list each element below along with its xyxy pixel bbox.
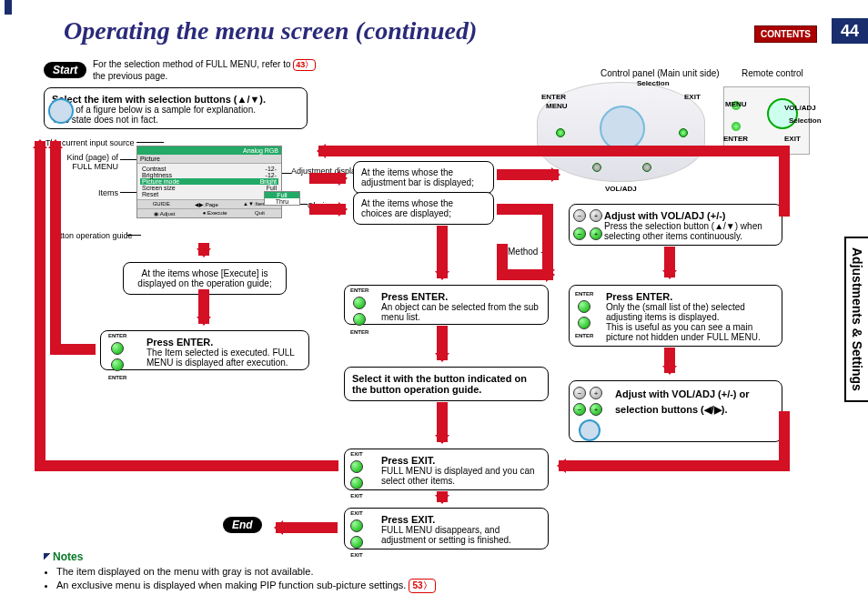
enter-button-icon xyxy=(353,313,366,326)
plus-minus-top2: − + xyxy=(573,227,602,240)
flow-arrow xyxy=(437,491,448,502)
adjust-top-desc: Press the selection button (▲/▼) when se… xyxy=(604,221,774,241)
press-enter-right-desc2: This is useful as you can see a main pic… xyxy=(606,322,774,342)
press-enter-left-title: Press ENTER. xyxy=(146,337,301,348)
flow-arrow xyxy=(309,204,346,215)
panel-label-enter: ENTER xyxy=(541,93,566,101)
select-item-l1: State of a figure below is a sample for … xyxy=(52,105,299,115)
dpad-ring-icon xyxy=(600,106,645,151)
contents-button[interactable]: CONTENTS xyxy=(754,25,817,43)
select-item-title: Select the item with selection buttons (… xyxy=(52,94,299,105)
flow-arrow xyxy=(276,522,338,533)
panel-label-menu: MENU xyxy=(546,102,568,110)
rc-label-selection: Selection xyxy=(789,116,822,125)
flow-arrow xyxy=(35,141,45,471)
notes-marker-icon xyxy=(44,553,50,560)
page-ref-53[interactable]: 53〉 xyxy=(409,579,435,593)
callout-line xyxy=(136,142,164,143)
flow-arrow xyxy=(542,204,553,277)
press-enter-right-desc1: Only the (small list of the) selected ad… xyxy=(606,302,774,322)
full-menu-mock: Analog RGB Picture Contrast-12- Brightne… xyxy=(136,146,282,218)
enter-buttons-mid: ENTER ENTER xyxy=(350,287,368,335)
enter-button-icon xyxy=(353,297,366,309)
flow-arrow xyxy=(497,269,553,280)
panel-label-selection: Selection xyxy=(637,79,670,87)
enter-button-icon xyxy=(578,317,590,329)
panel-plus-icon xyxy=(642,163,651,172)
exit-button-icon xyxy=(350,519,363,532)
panel-button-icon xyxy=(556,128,565,137)
label-button-guide: Button operation guide xyxy=(50,231,133,240)
note-item: An exclusive menu is displayed when maki… xyxy=(56,579,436,593)
press-exit-1-box: Press EXIT. FULL MENU is displayed and y… xyxy=(344,449,549,490)
flow-arrow xyxy=(664,247,675,277)
plus-button-icon: + xyxy=(590,403,602,416)
press-exit-1-title: Press EXIT. xyxy=(381,455,540,466)
menu-titlebar: Analog RGB xyxy=(137,146,281,155)
minus-button-icon: − xyxy=(573,227,586,240)
press-enter-right-title: Press ENTER. xyxy=(606,291,774,302)
notes-list: The item displayed on the menu with gray… xyxy=(44,566,436,595)
rc-label-exit: EXIT xyxy=(784,135,801,143)
select-item-l2: This state does not in fact. xyxy=(52,115,299,125)
menu-footer: GUIDE◀▶:Page▲▼:Item xyxy=(137,199,281,208)
notes-heading: Notes xyxy=(53,550,83,563)
press-enter-mid-desc: An object can be selected from the sub m… xyxy=(381,302,540,322)
plus-minus-bot1: − + xyxy=(573,387,602,399)
menu-body: Contrast-12- Brightness-12- Picture mode… xyxy=(137,164,281,199)
flow-arrow xyxy=(664,348,675,373)
panel-minus-icon xyxy=(592,163,601,172)
start-pill: Start xyxy=(44,62,86,78)
rc-label-voladj: VOL/ADJ xyxy=(784,104,816,112)
press-exit-2-title: Press EXIT. xyxy=(381,514,540,525)
callout-line xyxy=(120,192,138,193)
flow-arrow xyxy=(559,460,790,471)
exit-button-icon xyxy=(350,460,363,473)
flow-arrow xyxy=(198,289,209,324)
adjust-bot-title: Adjust with VOL/ADJ (+/-) or selection b… xyxy=(615,387,774,417)
exit-buttons-1: EXIT EXIT xyxy=(350,451,363,499)
press-exit-2-desc: FULL MENU disappears, and adjustment or … xyxy=(381,525,540,545)
select-item-box: Select the item with selection buttons (… xyxy=(44,87,308,129)
plus-button-icon: + xyxy=(590,209,602,222)
callout-line xyxy=(127,235,141,236)
start-note-text2: the previous page. xyxy=(93,71,167,81)
press-enter-right-box: Press ENTER. Only the (small list of the… xyxy=(569,285,782,347)
minus-button-icon: − xyxy=(573,209,586,222)
press-enter-mid-box: Press ENTER. An object can be selected f… xyxy=(344,285,549,325)
exit-buttons-2: EXIT EXIT xyxy=(350,510,363,558)
menu-tab: Picture xyxy=(137,155,281,164)
rc-label-enter: ENTER xyxy=(723,135,748,143)
section-tab: Adjustments & Settings xyxy=(844,237,868,402)
panel-label-voladj: VOL/ADJ xyxy=(605,185,637,193)
end-pill: End xyxy=(223,517,262,533)
at-items-adjbar-box: At the items whose theadjustment bar is … xyxy=(353,161,494,194)
minus-button-icon: − xyxy=(573,387,586,399)
dpad-icon xyxy=(579,419,601,441)
flow-arrow xyxy=(198,243,209,256)
control-panel-title: Control panel (Main unit side) xyxy=(601,68,720,78)
flow-arrow xyxy=(50,141,61,355)
center-instruction-box: Select it with the button indicated on t… xyxy=(344,367,549,401)
adjust-top-title: Adjust with VOL/ADJ (+/-) xyxy=(604,210,774,221)
press-enter-left-desc: The Item selected is executed. FULL MENU… xyxy=(146,348,301,368)
rc-button-icon xyxy=(732,122,741,131)
at-items-choices-box: At the items whose thechoices are displa… xyxy=(353,192,494,225)
choices-popup: Full Thru xyxy=(264,191,300,206)
remote-control-title: Remote control xyxy=(742,68,803,78)
flow-arrow xyxy=(437,326,448,360)
flow-arrow xyxy=(497,169,559,180)
enter-button-icon xyxy=(578,300,590,313)
exit-button-icon xyxy=(350,477,363,489)
minus-button-icon: − xyxy=(573,403,586,416)
page-ref-43[interactable]: 43〉 xyxy=(293,59,316,71)
panel-button-icon xyxy=(679,128,688,137)
plus-button-icon: + xyxy=(590,387,602,399)
plus-minus-top1: − + xyxy=(573,209,602,222)
label-items: Items xyxy=(91,188,118,197)
flow-arrow xyxy=(437,226,448,278)
exit-button-icon xyxy=(350,536,363,549)
flow-arrow xyxy=(35,460,338,471)
enter-button-icon xyxy=(111,342,124,355)
rc-label-menu: MENU xyxy=(725,100,747,108)
